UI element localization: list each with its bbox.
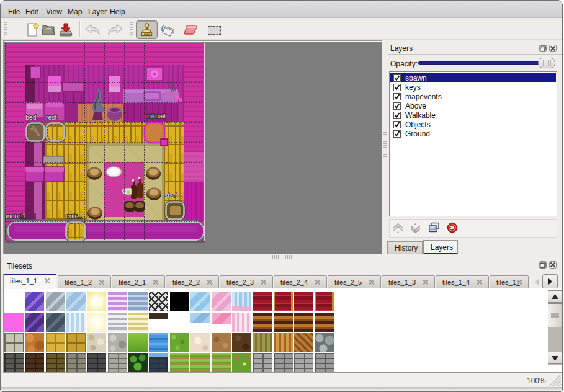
svg-text:mikhail: mikhail bbox=[145, 112, 166, 120]
svg-text:bed: bed bbox=[25, 114, 37, 121]
svg-text:rest: rest bbox=[46, 114, 57, 121]
svg-text:start...: start... bbox=[164, 192, 182, 199]
svg-text:entr...: entr... bbox=[66, 212, 82, 220]
svg-text:andor:1: andor:1 bbox=[5, 212, 26, 220]
